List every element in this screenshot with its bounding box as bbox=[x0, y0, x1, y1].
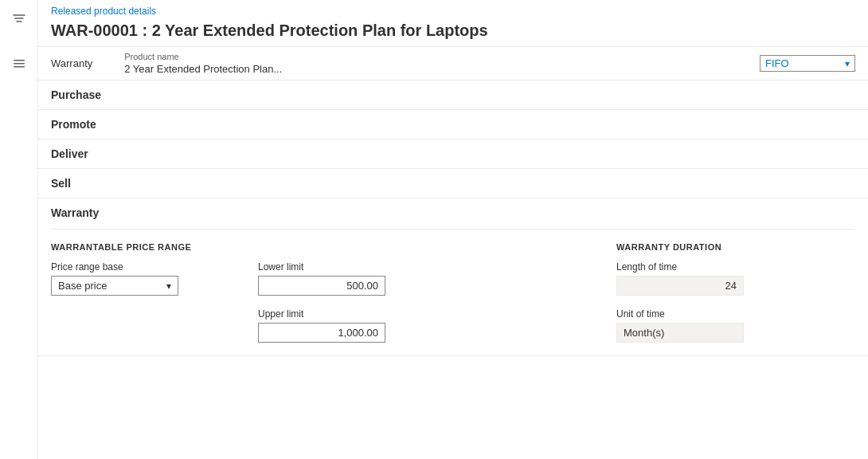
product-type-field: Warranty bbox=[51, 57, 92, 69]
sell-label: Sell bbox=[51, 177, 71, 190]
duration-column: WARRANTY DURATION Length of time Unit of… bbox=[616, 242, 792, 343]
breadcrumb-link[interactable]: Released product details bbox=[51, 6, 156, 17]
limits-column: Lower limit Upper limit bbox=[258, 261, 433, 343]
lower-limit-input[interactable] bbox=[258, 276, 385, 296]
fifo-dropdown[interactable]: FIFO bbox=[760, 55, 855, 72]
purchase-label: Purchase bbox=[51, 88, 101, 101]
unit-of-time-value: Month(s) bbox=[616, 323, 744, 343]
fifo-chevron-icon bbox=[845, 57, 850, 69]
price-range-base-value: Base price bbox=[58, 280, 107, 292]
upper-limit-input[interactable] bbox=[258, 323, 385, 343]
product-name-label: Product name bbox=[124, 52, 282, 61]
promote-section-header[interactable]: Promote bbox=[38, 110, 868, 139]
warranty-grid: WARRANTABLE PRICE RANGE Price range base… bbox=[51, 242, 855, 343]
length-of-time-label: Length of time bbox=[616, 261, 792, 273]
unit-of-time-label: Unit of time bbox=[616, 308, 792, 320]
length-of-time-input[interactable] bbox=[616, 276, 744, 296]
main-content: Released product details WAR-00001 : 2 Y… bbox=[38, 0, 868, 459]
sidebar bbox=[0, 0, 38, 459]
fifo-value: FIFO bbox=[765, 57, 789, 69]
lower-limit-group: Lower limit bbox=[258, 261, 433, 296]
warranty-section-title: Warranty bbox=[51, 198, 855, 230]
upper-limit-group: Upper limit bbox=[258, 308, 433, 343]
upper-limit-label: Upper limit bbox=[258, 308, 433, 320]
product-name-field: Product name 2 Year Extended Protection … bbox=[124, 52, 282, 75]
page-title: WAR-00001 : 2 Year Extended Protection P… bbox=[38, 18, 868, 46]
price-range-base-dropdown[interactable]: Base price bbox=[51, 276, 178, 296]
duration-heading: WARRANTY DURATION bbox=[616, 242, 792, 252]
deliver-section-header[interactable]: Deliver bbox=[38, 139, 868, 169]
filter-icon[interactable] bbox=[6, 6, 32, 32]
warranty-section: Warranty WARRANTABLE PRICE RANGE Price r… bbox=[38, 198, 868, 356]
unit-of-time-group: Unit of time Month(s) bbox=[616, 308, 792, 343]
svg-rect-2 bbox=[14, 66, 25, 68]
price-range-base-group: Price range base Base price bbox=[51, 261, 226, 296]
product-name-value: 2 Year Extended Protection Plan... bbox=[124, 63, 282, 75]
length-of-time-group: Length of time bbox=[616, 261, 792, 296]
price-range-base-label: Price range base bbox=[51, 261, 226, 273]
menu-icon[interactable] bbox=[6, 51, 32, 76]
svg-rect-0 bbox=[14, 60, 25, 61]
svg-rect-1 bbox=[14, 63, 25, 65]
purchase-section-header[interactable]: Purchase bbox=[38, 80, 868, 110]
price-range-base-chevron-icon bbox=[166, 280, 171, 292]
sell-section-header[interactable]: Sell bbox=[38, 169, 868, 198]
price-range-column: WARRANTABLE PRICE RANGE Price range base… bbox=[51, 242, 226, 296]
price-range-heading: WARRANTABLE PRICE RANGE bbox=[51, 242, 226, 252]
promote-label: Promote bbox=[51, 118, 96, 131]
lower-limit-label: Lower limit bbox=[258, 261, 433, 273]
breadcrumb: Released product details bbox=[38, 0, 868, 18]
deliver-label: Deliver bbox=[51, 147, 88, 160]
top-info-bar: Warranty Product name 2 Year Extended Pr… bbox=[38, 46, 868, 80]
product-type-value: Warranty bbox=[51, 57, 92, 69]
